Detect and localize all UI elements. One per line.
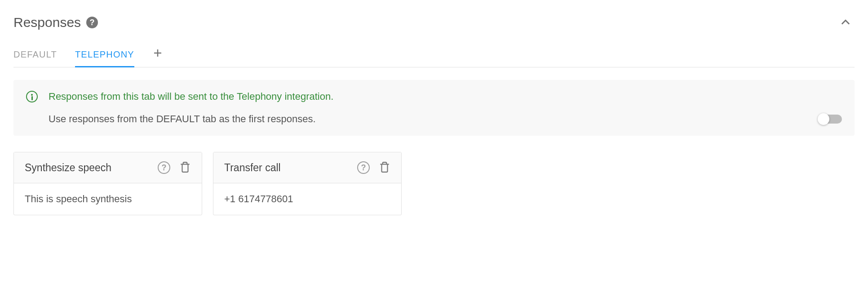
card-body[interactable]: +1 6174778601: [213, 183, 401, 215]
section-title: Responses: [13, 15, 81, 30]
add-tab-button[interactable]: [152, 45, 163, 67]
trash-icon: [179, 161, 191, 173]
section-title-wrap: Responses ?: [13, 15, 98, 30]
help-icon[interactable]: ?: [158, 161, 170, 174]
card-body[interactable]: This is speech synthesis: [14, 183, 202, 215]
info-primary-text: Responses from this tab will be sent to …: [49, 91, 333, 102]
card-header: Synthesize speech ?: [14, 152, 202, 183]
plus-icon: [152, 48, 163, 58]
card-synthesize-speech: Synthesize speech ? This is speech synth…: [13, 152, 202, 215]
chevron-up-icon: [839, 16, 852, 29]
card-header: Transfer call ?: [213, 152, 401, 183]
help-icon[interactable]: ?: [86, 17, 98, 28]
toggle-knob: [818, 113, 829, 125]
response-cards: Synthesize speech ? This is speech synth…: [13, 152, 855, 215]
card-title: Synthesize speech: [25, 162, 158, 174]
help-icon[interactable]: ?: [357, 161, 370, 174]
info-icon: [26, 91, 38, 102]
info-primary-row: Responses from this tab will be sent to …: [26, 91, 842, 102]
tab-default[interactable]: DEFAULT: [13, 45, 57, 67]
collapse-toggle[interactable]: [837, 13, 855, 31]
card-transfer-call: Transfer call ? +1 6174778601: [213, 152, 402, 215]
info-secondary-row: Use responses from the DEFAULT tab as th…: [26, 113, 842, 125]
tabs: DEFAULT TELEPHONY: [13, 45, 855, 67]
delete-button[interactable]: [379, 161, 390, 174]
info-secondary-text: Use responses from the DEFAULT tab as th…: [49, 113, 808, 125]
tab-telephony[interactable]: TELEPHONY: [75, 45, 134, 67]
delete-button[interactable]: [179, 161, 191, 174]
card-title: Transfer call: [224, 162, 357, 174]
use-default-responses-toggle[interactable]: [819, 115, 842, 124]
info-box: Responses from this tab will be sent to …: [13, 80, 855, 136]
trash-icon: [379, 161, 390, 173]
section-header: Responses ?: [13, 13, 855, 31]
